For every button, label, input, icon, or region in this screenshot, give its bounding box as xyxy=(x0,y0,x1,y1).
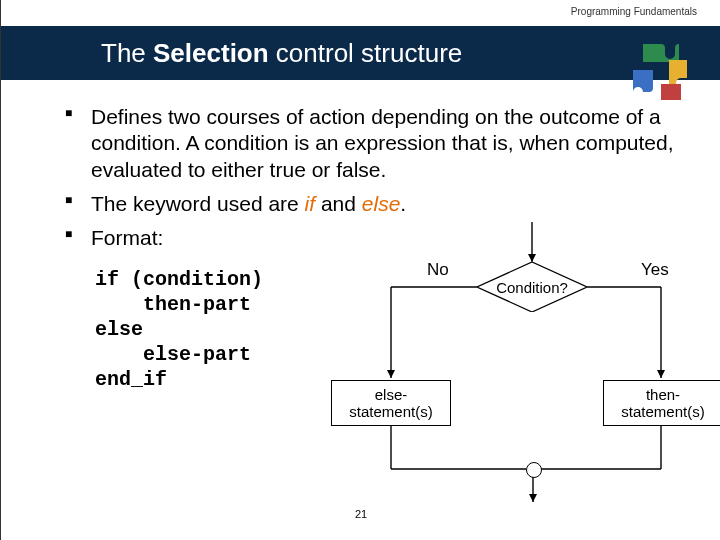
else-box: else- statement(s) xyxy=(331,380,451,426)
bullet-1: Defines two courses of action depending … xyxy=(61,104,681,183)
label-no: No xyxy=(427,260,449,280)
b2-before: The keyword used are xyxy=(91,192,305,215)
then-box-text: then- statement(s) xyxy=(621,386,704,421)
keyword-if: if xyxy=(305,192,316,215)
decision-diamond: Condition? xyxy=(477,262,587,312)
puzzle-icon xyxy=(625,36,697,108)
title-prefix: The xyxy=(101,38,153,68)
diamond-label: Condition? xyxy=(477,262,587,312)
title-bold: Selection xyxy=(153,38,269,68)
b2-mid: and xyxy=(315,192,362,215)
flowchart: No Yes Condition? else- statement(s) the… xyxy=(321,232,701,492)
else-box-text: else- statement(s) xyxy=(349,386,432,421)
page-number: 21 xyxy=(355,508,367,520)
slide-title: The Selection control structure xyxy=(101,38,462,69)
title-bar: The Selection control structure xyxy=(1,26,720,80)
then-box: then- statement(s) xyxy=(603,380,720,426)
bullet-2: The keyword used are if and else. xyxy=(61,191,681,217)
b2-after: . xyxy=(400,192,406,215)
slide: Programming Fundamentals The Selection c… xyxy=(0,0,720,540)
course-label: Programming Fundamentals xyxy=(571,6,697,17)
keyword-else: else xyxy=(362,192,401,215)
label-yes: Yes xyxy=(641,260,669,280)
title-suffix: control structure xyxy=(269,38,463,68)
merge-connector-icon xyxy=(526,462,542,478)
